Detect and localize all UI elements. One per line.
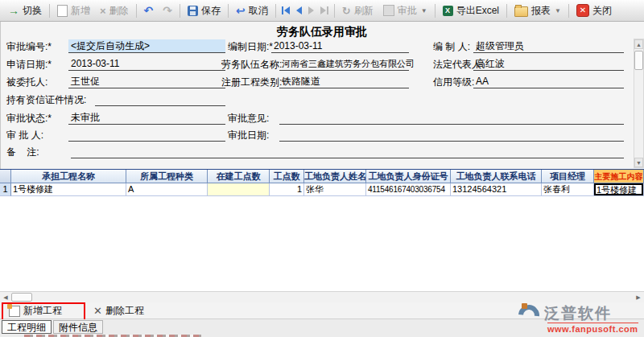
form-vertical-scrollbar[interactable]: ▲ ▼ — [634, 39, 644, 168]
prev-record-icon — [296, 6, 302, 14]
reg-type-field[interactable]: 铁路隧道 — [279, 75, 409, 88]
tab-attachment-info[interactable]: 附件信息 — [53, 320, 103, 334]
trustee-label: 被委托人: — [6, 76, 47, 88]
remark-field[interactable] — [71, 145, 624, 158]
report-icon — [514, 6, 528, 17]
export-excel-button[interactable]: X 导出Excel — [438, 1, 504, 20]
tab-project-detail[interactable]: 工程明细 — [2, 320, 52, 334]
logo-url: www.fanpusoft.com — [547, 323, 638, 334]
delete-icon: × — [100, 6, 106, 16]
last-record-button[interactable] — [317, 5, 332, 16]
cell-project-manager[interactable]: 张春利 — [542, 183, 594, 196]
col-header-project-type[interactable]: 所属工程种类 — [126, 170, 208, 183]
toolbar-separator — [228, 4, 229, 18]
col-header-project-manager[interactable]: 项目经理 — [542, 170, 594, 183]
cell-project-type[interactable]: A — [126, 183, 208, 196]
approver-label: 审 批 人: — [6, 129, 43, 142]
close-label: 关闭 — [592, 4, 612, 18]
drafter-label: 编 制 人: — [433, 41, 470, 53]
undo-button[interactable]: ↶ — [139, 1, 159, 20]
scroll-down-icon[interactable]: ▼ — [634, 158, 643, 167]
col-header-main-content[interactable]: 主要施工内容 — [594, 170, 644, 183]
grid-header-row: 承担工程名称 所属工程种类 在建工点数 工点数 工地负责人姓名 工地负责人身份证… — [0, 169, 644, 183]
first-record-icon — [284, 6, 290, 14]
toolbar-separator — [435, 4, 436, 18]
logo-swoosh-icon — [514, 301, 544, 331]
toolbar-separator — [180, 4, 180, 18]
legal-rep-field[interactable]: 高红波 — [473, 57, 624, 71]
credentials-field[interactable] — [95, 92, 225, 106]
approve-date-label: 审批日期: — [228, 129, 269, 142]
cell-main-content[interactable]: 1号楼修建 — [594, 183, 644, 196]
toolbar-separator — [334, 4, 335, 18]
save-icon — [188, 6, 198, 16]
reg-type-label: 注册工程类别: — [221, 76, 282, 88]
refresh-label: 刷新 — [354, 4, 374, 18]
close-icon: ✕ — [576, 4, 589, 17]
cell-site-manager[interactable]: 张华 — [304, 183, 366, 196]
cell-manager-id[interactable]: 411546167403036754 — [366, 183, 451, 196]
credit-field[interactable]: AA — [473, 75, 624, 88]
last-record-icon — [327, 6, 328, 14]
team-name-field[interactable]: 河南省三鑫建筑劳务分包有限公司 — [279, 57, 409, 71]
grid-corner-cell[interactable] — [0, 170, 11, 183]
next-record-button[interactable] — [305, 5, 317, 16]
approve-button[interactable]: 审批 ▼ — [378, 1, 432, 20]
toolbar-separator — [275, 4, 276, 18]
cell-site-count[interactable]: 1 — [270, 183, 304, 196]
col-header-manager-id[interactable]: 工地负责人身份证号 — [366, 170, 451, 183]
switch-label: 切换 — [23, 4, 42, 18]
cell-manager-phone[interactable]: 13124564321 — [451, 183, 542, 196]
scroll-up-icon[interactable]: ▲ — [634, 39, 643, 49]
scroll-thumb[interactable] — [11, 293, 32, 302]
refresh-icon: ↻ — [342, 6, 351, 16]
cell-project-name[interactable]: 1号楼修建 — [11, 183, 126, 196]
opinion-field[interactable] — [279, 111, 624, 125]
approve-label: 审批 — [398, 4, 417, 18]
approval-no-field[interactable]: <提交后自动生成> — [68, 39, 225, 53]
delete-button[interactable]: × 删除 — [95, 1, 134, 20]
logo-text: 泛普软件 — [544, 303, 612, 324]
col-header-manager-phone[interactable]: 工地负责人联系电话 — [451, 170, 542, 183]
save-button[interactable]: 保存 — [183, 1, 225, 20]
chevron-down-icon: ▼ — [421, 7, 427, 14]
prev-record-button[interactable] — [293, 5, 305, 16]
toolbar-separator — [136, 4, 137, 18]
draft-date-field[interactable]: 2013-03-11 — [271, 39, 409, 53]
approve-date-field[interactable] — [279, 128, 624, 142]
selected-cell-editor[interactable]: 1号楼修建 — [594, 183, 643, 195]
status-label: 审批状态:* — [6, 113, 52, 125]
cell-sites-building[interactable] — [208, 183, 270, 196]
trustee-field[interactable]: 王世促 — [68, 75, 225, 88]
scroll-right-icon[interactable]: ▶ — [634, 293, 643, 302]
redo-button[interactable]: ↷ — [158, 1, 177, 20]
cancel-button[interactable]: ↩ 取消 — [231, 1, 273, 20]
scroll-thumb[interactable] — [634, 51, 643, 70]
add-icon — [57, 5, 68, 17]
close-button[interactable]: ✕ 关闭 — [572, 1, 617, 20]
col-header-project-name[interactable]: 承担工程名称 — [11, 170, 126, 183]
delete-project-button[interactable]: ✕ 删除工程 — [90, 304, 147, 318]
switch-icon: → — [8, 5, 19, 16]
grid-horizontal-scrollbar[interactable]: ◀ ▶ — [0, 291, 644, 302]
apply-date-field[interactable]: 2013-03-11 — [68, 57, 225, 71]
first-record-button[interactable] — [279, 5, 293, 16]
status-field[interactable]: 未审批 — [68, 111, 225, 125]
switch-button[interactable]: → 切换 — [3, 1, 47, 20]
drafter-field[interactable]: 超级管理员 — [473, 39, 624, 53]
col-header-site-count[interactable]: 工点数 — [270, 170, 304, 183]
col-header-site-manager[interactable]: 工地负责人姓名 — [304, 170, 366, 183]
add-button[interactable]: 新增 — [52, 1, 95, 20]
col-header-sites-building[interactable]: 在建工点数 — [208, 170, 270, 183]
report-label: 报表 — [531, 4, 551, 18]
refresh-button[interactable]: ↻ 刷新 — [337, 1, 378, 20]
approver-field[interactable] — [68, 128, 225, 142]
row-number-cell[interactable]: 1 — [0, 183, 11, 196]
scroll-left-icon[interactable]: ◀ — [1, 293, 10, 302]
approval-no-label: 审批编号:* — [6, 41, 52, 53]
toolbar-separator — [49, 4, 50, 18]
toolbar: → 切换 新增 × 删除 ↶ ↷ 保存 ↩ 取消 ↻ 刷新 — [0, 0, 644, 22]
remark-label: 备 注: — [6, 146, 39, 158]
report-button[interactable]: 报表 ▼ — [510, 1, 566, 20]
delete-project-label: 删除工程 — [105, 304, 144, 318]
